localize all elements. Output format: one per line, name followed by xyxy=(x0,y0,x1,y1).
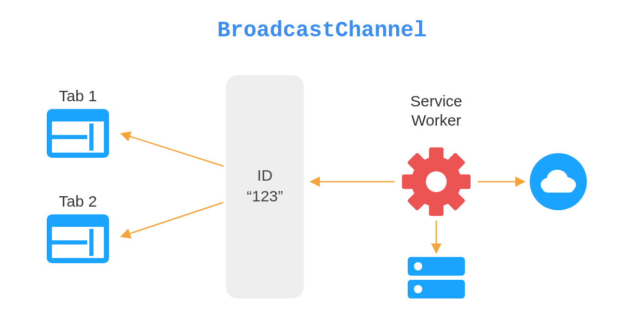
arrow-channel-to-tab2 xyxy=(122,202,223,236)
storage-icon xyxy=(408,257,465,298)
window-icon xyxy=(47,109,109,158)
service-worker-label-1: Service xyxy=(410,92,462,110)
gear-icon xyxy=(402,147,471,216)
cloud-icon xyxy=(530,153,587,210)
channel-id-value: “123” xyxy=(247,187,283,205)
broadcastchannel-diagram: BroadcastChannel ID “123” Tab 1 Tab 2 Se… xyxy=(0,0,644,326)
broadcast-channel: ID “123” xyxy=(226,75,304,298)
svg-point-25 xyxy=(414,262,422,270)
svg-point-18 xyxy=(426,171,447,192)
svg-rect-23 xyxy=(543,184,574,193)
tab-2-label: Tab 2 xyxy=(59,193,97,210)
svg-rect-8 xyxy=(89,229,93,256)
channel-id-label: ID xyxy=(257,167,273,184)
svg-rect-7 xyxy=(52,240,87,244)
svg-rect-4 xyxy=(89,124,93,151)
arrow-channel-to-tab1 xyxy=(122,134,223,166)
svg-point-27 xyxy=(414,285,422,293)
service-worker: Service Worker xyxy=(402,92,471,216)
tab-1-label: Tab 1 xyxy=(59,87,97,104)
tab-1: Tab 1 xyxy=(47,87,109,158)
diagram-title: BroadcastChannel xyxy=(217,18,426,43)
svg-rect-0 xyxy=(226,75,304,298)
svg-rect-3 xyxy=(52,135,87,139)
window-icon xyxy=(47,214,109,263)
service-worker-label-2: Worker xyxy=(411,112,461,129)
arrows xyxy=(122,134,524,252)
tab-2: Tab 2 xyxy=(47,193,109,263)
